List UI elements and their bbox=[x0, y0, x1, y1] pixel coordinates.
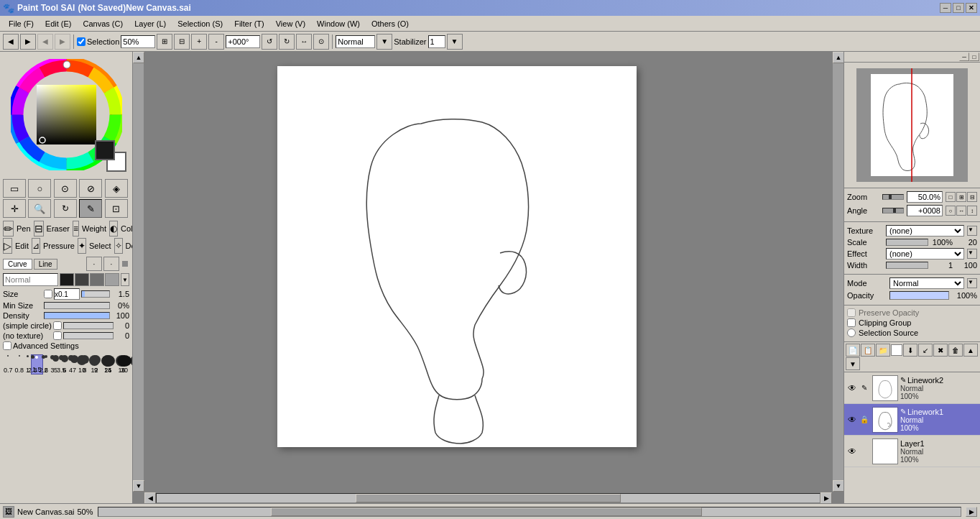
new-layer-2-btn[interactable]: 📋 bbox=[861, 344, 875, 357]
layer-lock-linework1[interactable]: 🔒 bbox=[859, 414, 870, 426]
selection-checkbox[interactable] bbox=[77, 37, 85, 46]
vscroll-track[interactable] bbox=[133, 63, 144, 480]
toolbar-nav-forward[interactable]: ▶ bbox=[20, 34, 36, 50]
size-slider[interactable] bbox=[81, 290, 110, 298]
rotate-ccw-btn[interactable]: ↺ bbox=[262, 34, 277, 50]
layer-clear-btn[interactable]: ✖ bbox=[933, 344, 948, 357]
angle-mirror-btn[interactable]: ↔ bbox=[956, 206, 966, 216]
foreground-swatch[interactable] bbox=[95, 140, 115, 160]
tool-rotate[interactable]: ↻ bbox=[54, 199, 77, 218]
brush-dot-07[interactable]: 0.7 bbox=[3, 354, 14, 375]
reset-btn[interactable]: ⊙ bbox=[313, 34, 329, 50]
maximize-button[interactable]: □ bbox=[953, 3, 964, 13]
brush-dot-26[interactable]: 2.6 bbox=[39, 354, 50, 375]
stabilizer-btn[interactable]: ▼ bbox=[447, 34, 463, 50]
selection-source-radio[interactable] bbox=[847, 329, 856, 337]
brush-dot-30[interactable]: 30 bbox=[116, 354, 132, 375]
tool-select-ellipse[interactable]: ○ bbox=[28, 179, 51, 198]
menu-filter[interactable]: Filter (T) bbox=[228, 18, 270, 29]
tool-move[interactable]: ✛ bbox=[3, 199, 26, 218]
tool-select-magic[interactable]: ⊘ bbox=[79, 179, 102, 198]
no-texture-checkbox[interactable] bbox=[53, 331, 62, 340]
brush-type-2[interactable]: · bbox=[103, 257, 119, 271]
layer-eye-layer1[interactable]: 👁 bbox=[846, 445, 859, 458]
status-scroll-right[interactable]: ▶ bbox=[966, 507, 977, 517]
tool-select-5[interactable]: ◈ bbox=[105, 179, 128, 198]
layer-eye-linework2[interactable]: 👁 bbox=[846, 382, 859, 395]
zoom-fit-width-btn[interactable]: ⊟ bbox=[174, 34, 190, 50]
zoom-value-input[interactable] bbox=[907, 191, 943, 203]
color-btn[interactable]: ◐ bbox=[109, 221, 118, 236]
statusbar-hscroll[interactable] bbox=[98, 507, 961, 517]
flip-btn[interactable]: ↔ bbox=[296, 34, 312, 50]
stabilizer-input[interactable] bbox=[428, 35, 445, 48]
zoom-in-btn[interactable]: + bbox=[191, 34, 207, 50]
clipping-group-checkbox[interactable] bbox=[847, 318, 856, 327]
color-small-swatch[interactable] bbox=[122, 261, 128, 267]
vscroll-down-btn[interactable]: ▼ bbox=[133, 480, 144, 492]
layer-delete-btn[interactable]: 🗑 bbox=[948, 344, 963, 357]
zoom-fill-btn[interactable]: ⊟ bbox=[967, 192, 977, 202]
hscroll-thumb[interactable] bbox=[356, 494, 621, 502]
layer-lock-layer1[interactable] bbox=[859, 446, 870, 457]
brush-dot-5[interactable]: 5 bbox=[52, 354, 60, 375]
zoom-fit-nav-btn[interactable]: ⊞ bbox=[956, 192, 966, 202]
advanced-settings-checkbox[interactable] bbox=[3, 341, 11, 350]
layer-down-btn[interactable]: ▼ bbox=[846, 357, 860, 370]
effect-select[interactable]: (none) bbox=[886, 248, 964, 260]
blend-mode-input[interactable] bbox=[336, 35, 375, 48]
brush-dot-08[interactable]: 0.8 bbox=[14, 354, 25, 375]
hscroll-track[interactable] bbox=[156, 493, 820, 503]
blend-mode-btn[interactable]: ▼ bbox=[376, 34, 392, 50]
size-x-input[interactable] bbox=[54, 288, 80, 300]
deselect-node-btn[interactable]: ✧ bbox=[114, 238, 123, 254]
angle-flip-btn[interactable]: ↕ bbox=[967, 206, 977, 216]
texture-select[interactable]: (none) bbox=[886, 225, 964, 236]
layer-item-linework1[interactable]: 👁 🔒 ✎Linework1 Normal 100% bbox=[844, 404, 980, 436]
zoom-out-btn[interactable]: - bbox=[208, 34, 224, 50]
pressure-btn[interactable]: ⊿ bbox=[32, 238, 40, 254]
angle-input[interactable] bbox=[226, 35, 260, 48]
vscroll-right-down-btn[interactable]: ▼ bbox=[833, 480, 843, 492]
brush-color-dark[interactable] bbox=[75, 273, 89, 286]
angle-value-input[interactable] bbox=[907, 205, 943, 216]
simple-circle-checkbox[interactable] bbox=[53, 321, 62, 330]
min-size-slider[interactable] bbox=[44, 302, 110, 309]
brush-color-mid[interactable] bbox=[90, 273, 104, 286]
curve-tab[interactable]: Curve bbox=[3, 259, 32, 270]
brush-dot-23[interactable]: 2.3 bbox=[27, 354, 38, 375]
width-slider[interactable] bbox=[886, 262, 928, 269]
tool-bucket[interactable]: ⊡ bbox=[105, 199, 128, 218]
brush-dot-10[interactable]: 10 bbox=[76, 354, 88, 375]
menu-selection[interactable]: Selection (S) bbox=[172, 18, 228, 29]
hscroll-thumb-status[interactable] bbox=[271, 507, 702, 516]
right-panel-minimize[interactable]: ─ bbox=[959, 52, 969, 61]
rotate-cw-btn[interactable]: ↻ bbox=[279, 34, 295, 50]
new-layer-btn[interactable]: 📄 bbox=[846, 344, 860, 357]
menu-view[interactable]: View (V) bbox=[270, 18, 311, 29]
menu-edit[interactable]: Edit (E) bbox=[40, 18, 78, 29]
new-folder-btn[interactable]: 📁 bbox=[876, 344, 890, 357]
menu-file[interactable]: File (F) bbox=[3, 18, 40, 29]
scale-slider[interactable] bbox=[886, 239, 928, 246]
hscroll-right-btn[interactable]: ▶ bbox=[820, 492, 832, 503]
tool-zoom[interactable]: 🔍 bbox=[28, 199, 51, 218]
texture-btn[interactable]: ▼ bbox=[967, 226, 977, 236]
brush-type-1[interactable]: · bbox=[86, 257, 102, 271]
zoom-fit-btn[interactable]: ⊞ bbox=[157, 34, 172, 50]
tool-select-lasso[interactable]: ⊙ bbox=[54, 179, 77, 198]
eraser-btn[interactable]: ⊟ bbox=[34, 221, 44, 236]
pen-btn[interactable]: ✏ bbox=[3, 221, 14, 236]
weight-btn[interactable]: ≡ bbox=[73, 221, 79, 236]
minimize-button[interactable]: ─ bbox=[940, 3, 951, 13]
normal-input[interactable] bbox=[3, 273, 58, 286]
mode-select[interactable]: Normal bbox=[889, 277, 964, 289]
right-panel-maximize[interactable]: □ bbox=[969, 52, 979, 61]
toolbar-nav-back[interactable]: ◀ bbox=[3, 34, 19, 50]
close-button[interactable]: ✕ bbox=[966, 3, 977, 13]
tool-pen[interactable]: ✎ bbox=[79, 199, 102, 218]
drawing-area-container[interactable] bbox=[144, 52, 832, 492]
tool-select-rect[interactable]: ▭ bbox=[3, 179, 26, 198]
hue-cursor[interactable] bbox=[63, 61, 70, 68]
layer-eye-linework1[interactable]: 👁 bbox=[846, 413, 859, 426]
